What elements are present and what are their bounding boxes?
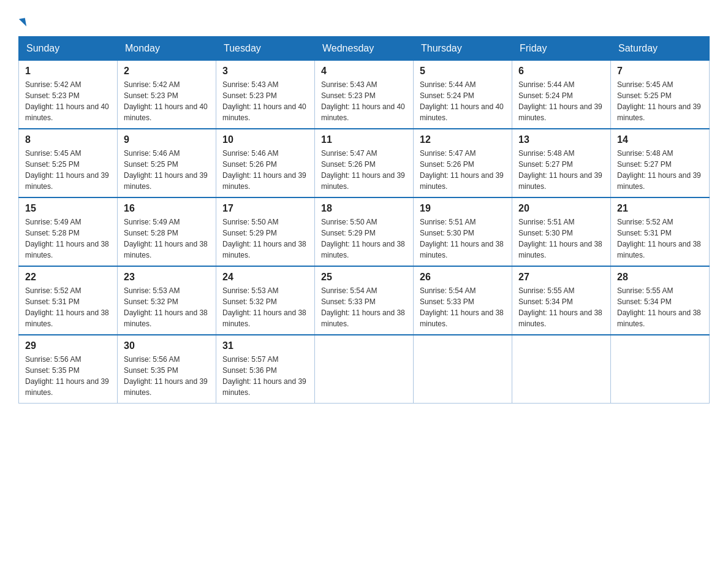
day-number: 4 [321, 66, 407, 77]
day-number: 8 [25, 134, 111, 145]
calendar-cell: 1 Sunrise: 5:42 AMSunset: 5:23 PMDayligh… [19, 61, 118, 129]
day-info: Sunrise: 5:47 AMSunset: 5:26 PMDaylight:… [420, 148, 506, 192]
calendar-cell [611, 335, 710, 404]
day-number: 23 [124, 272, 210, 283]
day-number: 18 [321, 203, 407, 214]
weekday-header-saturday: Saturday [611, 37, 710, 61]
day-info: Sunrise: 5:53 AMSunset: 5:32 PMDaylight:… [222, 285, 308, 329]
calendar-cell: 24 Sunrise: 5:53 AMSunset: 5:32 PMDaylig… [216, 266, 315, 335]
day-number: 11 [321, 134, 407, 145]
day-info: Sunrise: 5:49 AMSunset: 5:28 PMDaylight:… [124, 216, 210, 261]
day-info: Sunrise: 5:54 AMSunset: 5:33 PMDaylight:… [420, 285, 506, 329]
calendar-table: SundayMondayTuesdayWednesdayThursdayFrid… [18, 36, 710, 404]
day-info: Sunrise: 5:49 AMSunset: 5:28 PMDaylight:… [25, 216, 111, 261]
calendar-cell: 3 Sunrise: 5:43 AMSunset: 5:23 PMDayligh… [216, 61, 315, 129]
day-info: Sunrise: 5:50 AMSunset: 5:29 PMDaylight:… [321, 216, 407, 261]
calendar-cell: 2 Sunrise: 5:42 AMSunset: 5:23 PMDayligh… [118, 61, 216, 129]
day-info: Sunrise: 5:50 AMSunset: 5:29 PMDaylight:… [222, 216, 308, 261]
calendar-cell: 17 Sunrise: 5:50 AMSunset: 5:29 PMDaylig… [216, 197, 315, 266]
day-number: 9 [124, 134, 210, 145]
day-number: 19 [420, 203, 506, 214]
weekday-header-tuesday: Tuesday [216, 37, 315, 61]
calendar-cell: 29 Sunrise: 5:56 AMSunset: 5:35 PMDaylig… [19, 335, 118, 404]
calendar-cell: 14 Sunrise: 5:48 AMSunset: 5:27 PMDaylig… [611, 129, 710, 197]
calendar-cell: 19 Sunrise: 5:51 AMSunset: 5:30 PMDaylig… [414, 197, 512, 266]
calendar-cell: 8 Sunrise: 5:45 AMSunset: 5:25 PMDayligh… [19, 129, 118, 197]
day-info: Sunrise: 5:55 AMSunset: 5:34 PMDaylight:… [518, 285, 604, 329]
calendar-cell: 31 Sunrise: 5:57 AMSunset: 5:36 PMDaylig… [216, 335, 315, 404]
weekday-header-thursday: Thursday [414, 37, 512, 61]
calendar-cell: 21 Sunrise: 5:52 AMSunset: 5:31 PMDaylig… [611, 197, 710, 266]
calendar-cell: 23 Sunrise: 5:53 AMSunset: 5:32 PMDaylig… [118, 266, 216, 335]
day-number: 21 [617, 203, 703, 214]
day-info: Sunrise: 5:48 AMSunset: 5:27 PMDaylight:… [617, 148, 703, 192]
day-info: Sunrise: 5:53 AMSunset: 5:32 PMDaylight:… [124, 285, 210, 329]
page-header [18, 12, 710, 27]
weekday-header-wednesday: Wednesday [315, 37, 414, 61]
logo [18, 18, 26, 27]
calendar-cell: 12 Sunrise: 5:47 AMSunset: 5:26 PMDaylig… [414, 129, 512, 197]
calendar-cell: 10 Sunrise: 5:46 AMSunset: 5:26 PMDaylig… [216, 129, 315, 197]
day-info: Sunrise: 5:46 AMSunset: 5:25 PMDaylight:… [124, 148, 210, 192]
day-number: 29 [25, 340, 111, 351]
day-number: 26 [420, 272, 506, 283]
day-number: 27 [518, 272, 604, 283]
calendar-cell: 18 Sunrise: 5:50 AMSunset: 5:29 PMDaylig… [315, 197, 414, 266]
day-number: 15 [25, 203, 111, 214]
day-number: 22 [25, 272, 111, 283]
calendar-cell: 5 Sunrise: 5:44 AMSunset: 5:24 PMDayligh… [414, 61, 512, 129]
day-number: 14 [617, 134, 703, 145]
calendar-cell: 28 Sunrise: 5:55 AMSunset: 5:34 PMDaylig… [611, 266, 710, 335]
calendar-cell [512, 335, 611, 404]
calendar-cell: 13 Sunrise: 5:48 AMSunset: 5:27 PMDaylig… [512, 129, 611, 197]
weekday-header-monday: Monday [118, 37, 216, 61]
day-number: 1 [25, 66, 111, 77]
day-number: 3 [222, 66, 308, 77]
week-row-1: 1 Sunrise: 5:42 AMSunset: 5:23 PMDayligh… [19, 61, 710, 129]
day-info: Sunrise: 5:47 AMSunset: 5:26 PMDaylight:… [321, 148, 407, 192]
day-info: Sunrise: 5:42 AMSunset: 5:23 PMDaylight:… [25, 79, 111, 123]
calendar-cell: 11 Sunrise: 5:47 AMSunset: 5:26 PMDaylig… [315, 129, 414, 197]
day-info: Sunrise: 5:42 AMSunset: 5:23 PMDaylight:… [124, 79, 210, 123]
day-number: 31 [222, 340, 308, 351]
week-row-2: 8 Sunrise: 5:45 AMSunset: 5:25 PMDayligh… [19, 129, 710, 197]
calendar-cell: 26 Sunrise: 5:54 AMSunset: 5:33 PMDaylig… [414, 266, 512, 335]
calendar-cell: 20 Sunrise: 5:51 AMSunset: 5:30 PMDaylig… [512, 197, 611, 266]
calendar-cell [315, 335, 414, 404]
day-info: Sunrise: 5:48 AMSunset: 5:27 PMDaylight:… [518, 148, 604, 192]
day-number: 6 [518, 66, 604, 77]
day-number: 30 [124, 340, 210, 351]
calendar-cell: 7 Sunrise: 5:45 AMSunset: 5:25 PMDayligh… [611, 61, 710, 129]
day-number: 13 [518, 134, 604, 145]
weekday-header-sunday: Sunday [19, 37, 118, 61]
week-row-5: 29 Sunrise: 5:56 AMSunset: 5:35 PMDaylig… [19, 335, 710, 404]
calendar-cell: 25 Sunrise: 5:54 AMSunset: 5:33 PMDaylig… [315, 266, 414, 335]
day-number: 5 [420, 66, 506, 77]
weekday-header-row: SundayMondayTuesdayWednesdayThursdayFrid… [19, 37, 710, 61]
calendar-cell: 15 Sunrise: 5:49 AMSunset: 5:28 PMDaylig… [19, 197, 118, 266]
day-number: 28 [617, 272, 703, 283]
day-info: Sunrise: 5:43 AMSunset: 5:23 PMDaylight:… [321, 79, 407, 123]
weekday-header-friday: Friday [512, 37, 611, 61]
day-info: Sunrise: 5:52 AMSunset: 5:31 PMDaylight:… [25, 285, 111, 329]
day-info: Sunrise: 5:51 AMSunset: 5:30 PMDaylight:… [420, 216, 506, 261]
day-info: Sunrise: 5:56 AMSunset: 5:35 PMDaylight:… [25, 354, 111, 398]
day-number: 12 [420, 134, 506, 145]
day-info: Sunrise: 5:43 AMSunset: 5:23 PMDaylight:… [222, 79, 308, 123]
day-number: 17 [222, 203, 308, 214]
logo-arrow-icon [19, 18, 26, 28]
calendar-cell: 9 Sunrise: 5:46 AMSunset: 5:25 PMDayligh… [118, 129, 216, 197]
day-info: Sunrise: 5:45 AMSunset: 5:25 PMDaylight:… [25, 148, 111, 192]
day-info: Sunrise: 5:45 AMSunset: 5:25 PMDaylight:… [617, 79, 703, 123]
day-number: 2 [124, 66, 210, 77]
day-info: Sunrise: 5:52 AMSunset: 5:31 PMDaylight:… [617, 216, 703, 261]
day-info: Sunrise: 5:55 AMSunset: 5:34 PMDaylight:… [617, 285, 703, 329]
day-info: Sunrise: 5:44 AMSunset: 5:24 PMDaylight:… [420, 79, 506, 123]
day-info: Sunrise: 5:56 AMSunset: 5:35 PMDaylight:… [124, 354, 210, 398]
calendar-cell: 27 Sunrise: 5:55 AMSunset: 5:34 PMDaylig… [512, 266, 611, 335]
calendar-cell: 16 Sunrise: 5:49 AMSunset: 5:28 PMDaylig… [118, 197, 216, 266]
day-info: Sunrise: 5:46 AMSunset: 5:26 PMDaylight:… [222, 148, 308, 192]
calendar-cell: 4 Sunrise: 5:43 AMSunset: 5:23 PMDayligh… [315, 61, 414, 129]
day-info: Sunrise: 5:57 AMSunset: 5:36 PMDaylight:… [222, 354, 308, 398]
calendar-cell: 6 Sunrise: 5:44 AMSunset: 5:24 PMDayligh… [512, 61, 611, 129]
